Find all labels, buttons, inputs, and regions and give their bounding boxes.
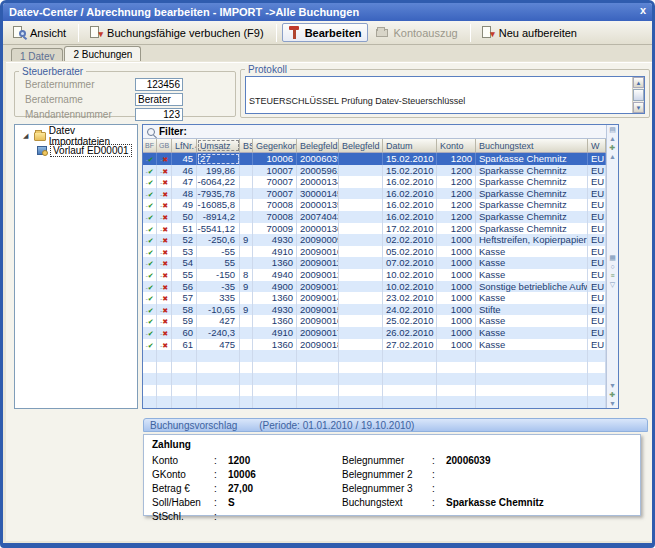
cell-w: EU (588, 281, 606, 293)
scroll-down-icon[interactable]: ▼ (633, 102, 644, 113)
empty-cell (437, 350, 476, 362)
search-icon[interactable]: ○ (610, 262, 614, 271)
table-row[interactable]: -✔-✖50-8914,2700082007404316.02.2010 /Di… (143, 211, 606, 223)
cell-w: EU (588, 304, 606, 316)
empty-cell (297, 385, 339, 397)
beratername-field[interactable]: Berater (135, 93, 183, 106)
close-button[interactable]: x (640, 4, 646, 16)
cell-konto: 1000 (437, 269, 476, 281)
column-header-bf[interactable]: BF (143, 139, 157, 152)
table-row[interactable]: -✔-✖48-7935,78700073000014516.02.2010 /D… (143, 188, 606, 200)
row-down-icon[interactable]: ✚ (610, 390, 616, 399)
column-header-datum[interactable]: Datum (383, 139, 437, 152)
import-tree: ◢ Datev Importdateien Vorlauf ED00001 (14, 124, 138, 409)
cell-beleg2 (339, 304, 383, 316)
belegnummer3-label: Belegnummer 3 (342, 483, 432, 494)
cell-konto: 1200 (437, 188, 476, 200)
column-header-gb[interactable]: GB (157, 139, 172, 152)
table-row[interactable]: -✔-✖51-5541,12700092000013617.02.2010 /M… (143, 223, 606, 235)
cell-datum: 16.02.2010 /Di (383, 199, 437, 211)
empty-cell (253, 373, 297, 385)
cell-beleg2 (339, 327, 383, 339)
table-row[interactable]: -✔-✖53-5549102009001005.02.2010 /Fr1000K… (143, 246, 606, 258)
cell-w: EU (588, 269, 606, 281)
column-header-buchungstext[interactable]: Buchungstext (476, 139, 588, 152)
column-header-gegenkonto[interactable]: Gegenkonto (253, 139, 297, 152)
table-row[interactable]: -✔-✖545513602009001107.02.2010 /So1000Ka… (143, 257, 606, 269)
tree-root-item[interactable]: ◢ Datev Importdateien (15, 129, 137, 143)
column-header-w[interactable]: W (588, 139, 606, 152)
scroll-up-icon[interactable]: ▲ (633, 77, 644, 88)
protokoll-textarea[interactable]: STEUERSCHLÜSSEL Prüfung Datev-Steuerschl… (245, 76, 645, 114)
filter-funnel-icon[interactable]: ▽ (610, 280, 615, 289)
scroll-up-icon[interactable]: ▲ (609, 152, 616, 161)
sum-icon[interactable]: ≡ (610, 271, 614, 280)
table-row[interactable]: -✔-✖58-10,65949302009001524.02.2010 /Mi1… (143, 304, 606, 316)
table-row[interactable]: -✔-✖55-150849402009001210.02.2010 /Mi100… (143, 269, 606, 281)
row-up-icon[interactable]: ✚ (610, 143, 616, 152)
cell-konto: 1000 (437, 315, 476, 327)
table-row[interactable]: -✔-✖60-240,349102009001726.02.2010 /Fr10… (143, 327, 606, 339)
protokoll-legend: Protokoll (245, 64, 290, 75)
gkonto-label: GKonto (152, 469, 214, 480)
column-header-lfnr-[interactable]: LfNr.▴ (172, 139, 197, 152)
cell-datum: 10.02.2010 /Mi (383, 281, 437, 293)
cell-gegenkonto: 70008 (253, 199, 297, 211)
table-row[interactable]: -✔-✖46199,86100072000596115.02.2010 /Mo1… (143, 165, 606, 177)
error-cross-icon: -✖ (157, 292, 172, 304)
cell-konto: 1000 (437, 292, 476, 304)
column-header-konto[interactable]: Konto (437, 139, 476, 152)
error-cross-icon: -✖ (157, 199, 172, 211)
scroll-down-icon[interactable]: ▼ (609, 381, 616, 390)
ansicht-button[interactable]: Ansicht (7, 23, 73, 42)
column-header-bs[interactable]: BS (240, 139, 253, 152)
cell-datum: 05.02.2010 /Fr (383, 246, 437, 258)
cell-text: Sparkasse Chemnitz (476, 211, 588, 223)
print-icon[interactable]: ▤ (609, 125, 616, 134)
bearbeiten-button[interactable]: Bearbeiten (282, 23, 369, 42)
empty-cell (197, 396, 240, 408)
neu-aufbereiten-button[interactable]: ▾ Neu aufbereiten (476, 23, 584, 42)
tab-buchungen[interactable]: 2 Buchungen (64, 46, 141, 61)
table-row[interactable]: -✔-✖4527100062000603915.02.2010 /Mo1200S… (143, 153, 606, 165)
empty-cell (339, 396, 383, 408)
belegnummer2-label: Belegnummer 2 (342, 469, 432, 480)
column-header-umsatz[interactable]: Umsatz (197, 139, 240, 152)
expander-icon[interactable]: ◢ (23, 132, 31, 140)
table-row[interactable]: -✔-✖6147513602009001827.02.2010 /Sa1000K… (143, 339, 606, 351)
column-header-belegfeld-1[interactable]: Belegfeld 1 (297, 139, 339, 152)
empty-cell (143, 373, 157, 385)
table-row[interactable]: -✔-✖49-16085,8700082000013516.02.2010 /D… (143, 199, 606, 211)
column-chooser-icon[interactable]: ▦ (609, 253, 616, 262)
tab-datev[interactable]: 1 Datev (11, 48, 63, 61)
filter-row[interactable]: Filter: (143, 125, 618, 139)
error-cross-icon: -✖ (157, 257, 172, 269)
column-header-belegfeld-2[interactable]: Belegfeld 2 (339, 139, 383, 152)
table-row[interactable]: -✔-✖5733513602009001423.02.2010 /Di1000K… (143, 292, 606, 304)
kontoauszug-button[interactable]: Kontoauszug (370, 23, 464, 42)
empty-cell (437, 373, 476, 385)
posted-check-icon: -✔ (143, 315, 157, 327)
scrollbar-thumb[interactable] (633, 89, 644, 101)
cell-umsatz: 335 (197, 292, 240, 304)
cell-nr: 60 (172, 327, 197, 339)
cell-w: EU (588, 188, 606, 200)
beraternummer-field[interactable]: 123456 (135, 78, 183, 91)
verbuchen-button[interactable]: ▾ Buchungsfähige verbuchen (F9) (84, 23, 271, 42)
table-row[interactable]: -✔-✖5942713602009001625.02.2010 /Do1000K… (143, 315, 606, 327)
posted-check-icon: -✔ (143, 304, 157, 316)
tree-item-vorlauf[interactable]: Vorlauf ED00001 (15, 143, 137, 157)
scroll-bottom-icon[interactable]: ▼ (609, 399, 616, 408)
cell-w: EU (588, 327, 606, 339)
belegnummer-label: Belegnummer (342, 455, 432, 466)
scroll-top-icon[interactable]: ▲ (609, 134, 616, 143)
table-row[interactable]: -✔-✖52-250,6949302009000902.02.2010 /Di1… (143, 234, 606, 246)
titlebar[interactable]: Datev-Center / Abrechnung bearbeiten - I… (3, 3, 652, 21)
cell-w: EU (588, 176, 606, 188)
protokoll-scrollbar[interactable]: ▲ ▼ (632, 77, 644, 113)
cell-datum: 15.02.2010 /Mo (383, 165, 437, 177)
cell-datum: 10.02.2010 /Mi (383, 269, 437, 281)
mandantennummer-field[interactable]: 123 (135, 108, 183, 121)
table-row[interactable]: -✔-✖56-35949002009001310.02.2010 /Mi1000… (143, 281, 606, 293)
table-row[interactable]: -✔-✖47-6064,22700072000013416.02.2010 /D… (143, 176, 606, 188)
